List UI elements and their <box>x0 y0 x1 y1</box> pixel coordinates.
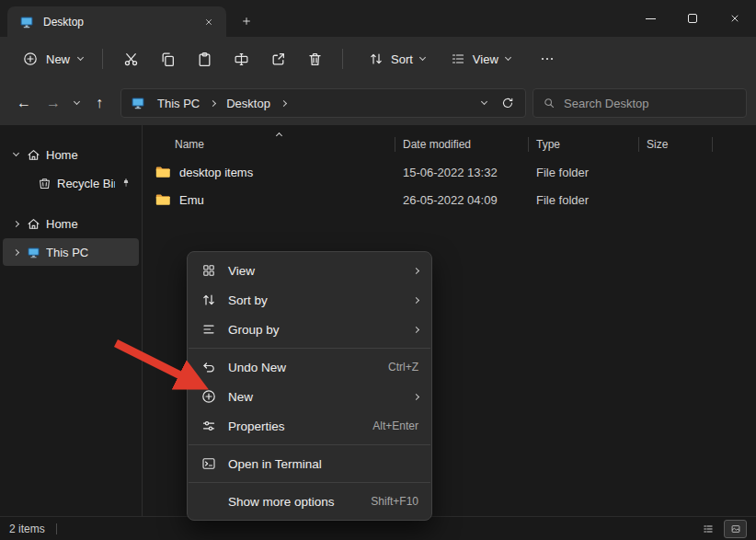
terminal-icon <box>200 456 217 471</box>
window-controls <box>629 0 756 37</box>
address-dropdown-button[interactable] <box>472 91 496 115</box>
chevron-down-icon <box>505 54 511 61</box>
chevron-down-icon <box>77 54 84 61</box>
menu-item-group-by[interactable]: Group by <box>191 315 428 344</box>
menu-item-open-in-terminal[interactable]: Open in Terminal <box>191 449 428 478</box>
this-pc-icon <box>27 246 40 259</box>
column-header-size[interactable]: Size <box>639 131 713 158</box>
column-header-type[interactable]: Type <box>529 131 639 158</box>
search-input[interactable] <box>564 97 737 110</box>
column-header-date-modified[interactable]: Date modified <box>395 131 529 158</box>
home-icon <box>27 217 40 231</box>
clipboard-icon <box>197 52 212 67</box>
more-dots-icon <box>540 52 555 66</box>
new-button[interactable]: New <box>13 44 93 74</box>
column-header-name[interactable]: Name <box>143 131 395 158</box>
menu-item-undo-new[interactable]: Undo New Ctrl+Z <box>191 352 428 382</box>
details-view-icon <box>703 523 714 534</box>
file-date-modified: 26-05-2022 04:09 <box>395 193 529 207</box>
command-bar: New Sort View <box>0 37 756 81</box>
menu-item-shortcut: Ctrl+Z <box>388 361 418 373</box>
sidebar-item-label: Home <box>46 148 132 162</box>
share-icon <box>270 52 286 67</box>
minimize-button[interactable] <box>629 0 671 37</box>
rename-icon <box>234 52 249 67</box>
paste-button[interactable] <box>186 43 223 75</box>
see-more-button[interactable] <box>529 43 566 75</box>
tab-title: Desktop <box>43 16 199 29</box>
close-icon <box>204 17 213 27</box>
chevron-right-icon[interactable] <box>10 222 21 226</box>
navigation-pane: Home Recycle Bin Home This PC <box>0 125 143 516</box>
cut-button[interactable] <box>112 43 149 75</box>
new-tab-button[interactable] <box>234 8 259 34</box>
sidebar-item-recycle-bin[interactable]: Recycle Bin <box>3 169 139 197</box>
large-icons-view-toggle[interactable] <box>724 520 747 538</box>
sidebar-item-this-pc[interactable]: This PC <box>3 238 139 266</box>
grid-icon <box>200 263 217 278</box>
recent-locations-button[interactable] <box>68 88 85 118</box>
desktop-icon <box>19 15 34 29</box>
chevron-down-icon[interactable] <box>10 154 21 155</box>
sidebar-item-home[interactable]: Home <box>3 141 139 168</box>
chevron-right-icon[interactable] <box>211 101 215 106</box>
column-headers: Name Date modified Type Size <box>143 131 756 158</box>
details-view-toggle[interactable] <box>696 520 719 538</box>
minimize-icon <box>646 18 656 19</box>
menu-item-shortcut: Alt+Enter <box>372 419 418 432</box>
up-button[interactable]: ↑ <box>85 88 114 118</box>
address-bar[interactable]: This PC Desktop <box>120 88 526 118</box>
sort-button-label: Sort <box>391 52 413 66</box>
search-box[interactable] <box>533 88 747 118</box>
rename-button[interactable] <box>223 43 259 75</box>
copy-icon <box>160 52 176 67</box>
desktop-icon <box>131 96 145 110</box>
delete-button[interactable] <box>296 43 333 75</box>
forward-arrow-icon: → <box>46 95 61 111</box>
menu-item-label: Undo New <box>228 361 388 374</box>
sidebar-item-home-2[interactable]: Home <box>3 210 139 237</box>
menu-item-view[interactable]: View <box>191 256 428 285</box>
chevron-right-icon <box>413 393 419 399</box>
menu-item-new[interactable]: New <box>191 382 428 411</box>
sort-button[interactable]: Sort <box>360 44 434 74</box>
file-row[interactable]: Emu 26-05-2022 04:09 File folder <box>143 186 756 213</box>
menu-item-shortcut: Shift+F10 <box>371 495 418 508</box>
chevron-right-icon[interactable] <box>10 250 21 255</box>
breadcrumb-item-this-pc[interactable]: This PC <box>149 92 208 115</box>
file-type: File folder <box>529 193 639 207</box>
refresh-button[interactable] <box>496 91 520 115</box>
menu-separator <box>189 444 430 445</box>
menu-separator <box>189 482 430 483</box>
copy-button[interactable] <box>149 43 186 75</box>
breadcrumb-item-desktop[interactable]: Desktop <box>218 92 279 115</box>
tab-close-button[interactable] <box>199 12 219 32</box>
chevron-right-icon[interactable] <box>281 101 286 106</box>
folder-icon <box>155 164 171 180</box>
file-name: Emu <box>179 193 204 207</box>
sort-ascending-icon <box>276 132 282 139</box>
close-button[interactable] <box>714 0 756 37</box>
forward-button[interactable]: → <box>39 88 68 118</box>
refresh-icon <box>501 97 514 109</box>
menu-item-show-more-options[interactable]: Show more options Shift+F10 <box>191 487 428 516</box>
sort-icon <box>200 293 217 307</box>
column-header-label: Size <box>647 138 668 151</box>
sidebar-spacer <box>0 198 142 209</box>
maximize-button[interactable] <box>671 0 714 37</box>
chevron-right-icon <box>413 267 419 273</box>
back-button[interactable]: ← <box>9 88 39 118</box>
titlebar: Desktop <box>0 0 756 37</box>
menu-item-label: New <box>228 390 414 404</box>
column-header-label: Name <box>175 138 204 151</box>
tab-desktop[interactable]: Desktop <box>7 6 226 37</box>
thumbnail-view-icon <box>730 523 741 534</box>
menu-item-label: View <box>228 264 414 278</box>
menu-item-label: Properties <box>228 419 372 433</box>
file-row[interactable]: desktop items 15-06-2022 13:32 File fold… <box>143 158 756 186</box>
menu-item-properties[interactable]: Properties Alt+Enter <box>191 411 428 441</box>
menu-item-sort-by[interactable]: Sort by <box>191 285 428 315</box>
view-button[interactable]: View <box>441 44 520 74</box>
column-header-label: Date modified <box>403 138 471 151</box>
share-button[interactable] <box>259 43 296 75</box>
